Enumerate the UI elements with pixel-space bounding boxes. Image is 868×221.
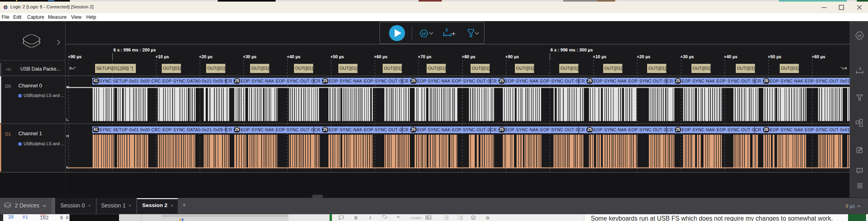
svg-text:3: 3 <box>445 28 448 32</box>
svg-text:<CODE>: <CODE> <box>410 216 422 220</box>
svg-text:B: B <box>354 215 358 220</box>
svg-text:1: 1 <box>457 215 459 217</box>
svg-text:1F: 1F <box>421 32 426 36</box>
svg-text:2: 2 <box>457 218 459 220</box>
svg-text:I: I <box>369 215 371 220</box>
svg-text:”: ” <box>397 215 400 221</box>
svg-text:✿: ✿ <box>486 215 489 220</box>
